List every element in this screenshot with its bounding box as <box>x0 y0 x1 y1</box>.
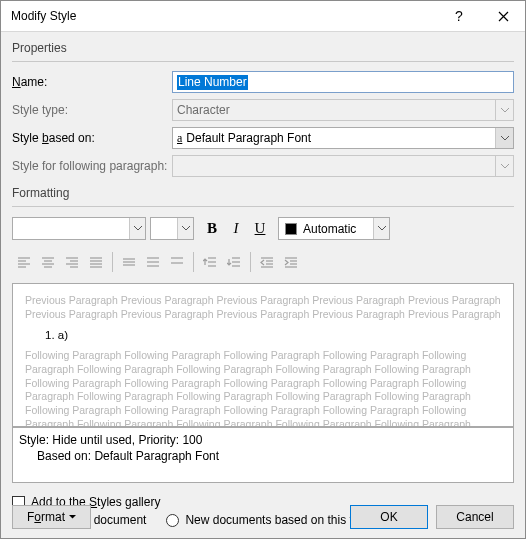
name-label: Name: <box>12 75 172 89</box>
dialog-title: Modify Style <box>11 9 437 23</box>
bold-button[interactable]: B <box>200 217 224 240</box>
chevron-down-icon[interactable] <box>373 218 389 239</box>
chevron-down-icon[interactable] <box>177 218 193 239</box>
properties-header: Properties <box>12 41 514 55</box>
italic-button[interactable]: I <box>224 217 248 240</box>
preview-pane: Previous Paragraph Previous Paragraph Pr… <box>12 283 514 427</box>
separator <box>112 252 113 272</box>
format-button[interactable]: Format <box>12 505 91 529</box>
align-left-button <box>12 250 36 273</box>
align-right-button <box>60 250 84 273</box>
name-input-selection: Line Number <box>177 75 248 90</box>
following-label: Style for following paragraph: <box>12 159 172 173</box>
font-color-combo[interactable]: Automatic <box>278 217 390 240</box>
basedon-label: Style based on: <box>12 131 172 145</box>
basedon-combo[interactable]: a Default Paragraph Font <box>172 127 514 149</box>
align-center-button <box>36 250 60 273</box>
titlebar: Modify Style ? <box>1 1 525 32</box>
space-before-dec-button <box>222 250 246 273</box>
preview-following: Following Paragraph Following Paragraph … <box>25 349 501 427</box>
styletype-combo: Character <box>172 99 514 121</box>
close-button[interactable] <box>481 1 525 31</box>
cancel-button[interactable]: Cancel <box>436 505 514 529</box>
underline-a-icon: a <box>177 131 182 146</box>
align-justify-button <box>84 250 108 273</box>
font-size-combo[interactable] <box>150 217 194 240</box>
style-description: Style: Hide until used, Priority: 100 Ba… <box>12 427 514 483</box>
chevron-down-icon <box>495 100 513 120</box>
ok-button[interactable]: OK <box>350 505 428 529</box>
divider <box>12 61 514 62</box>
separator <box>250 252 251 272</box>
indent-increase-button <box>279 250 303 273</box>
divider <box>12 206 514 207</box>
font-family-combo[interactable] <box>12 217 146 240</box>
preview-previous: Previous Paragraph Previous Paragraph Pr… <box>25 294 501 322</box>
style-desc-line2: Based on: Default Paragraph Font <box>19 448 507 464</box>
formatting-header: Formatting <box>12 186 514 200</box>
preview-sample: 1. a) <box>45 328 501 343</box>
chevron-down-icon <box>495 156 513 176</box>
chevron-down-icon[interactable] <box>495 128 513 148</box>
style-desc-line1: Style: Hide until used, Priority: 100 <box>19 432 507 448</box>
following-combo <box>172 155 514 177</box>
space-before-inc-button <box>198 250 222 273</box>
indent-decrease-button <box>255 250 279 273</box>
chevron-down-icon <box>69 515 76 519</box>
styletype-label: Style type: <box>12 103 172 117</box>
chevron-down-icon[interactable] <box>129 218 145 239</box>
linespacing-1-button <box>117 250 141 273</box>
underline-button[interactable]: U <box>248 217 272 240</box>
color-swatch <box>285 223 297 235</box>
separator <box>193 252 194 272</box>
linespacing-15-button <box>141 250 165 273</box>
help-button[interactable]: ? <box>437 1 481 31</box>
linespacing-2-button <box>165 250 189 273</box>
